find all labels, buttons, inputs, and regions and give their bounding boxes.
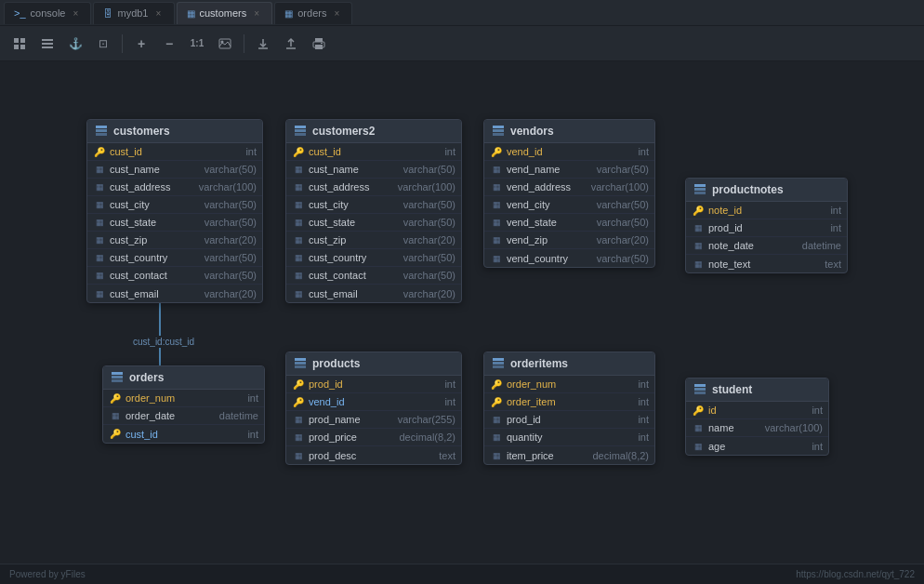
table-row: ▦ cust_state varchar(50)	[87, 214, 262, 232]
pk-icon: 🔑	[109, 392, 122, 405]
tab-customers-close[interactable]: ×	[251, 7, 262, 19]
field-icon: ▦	[93, 233, 106, 246]
field-icon: ▦	[692, 258, 705, 271]
table-row: ▦ vend_city varchar(50)	[484, 196, 654, 214]
pk-icon: 🔑	[292, 378, 305, 391]
table-row: 🔑 cust_id int	[103, 425, 264, 443]
toolbar-import-btn[interactable]	[251, 32, 275, 56]
svg-rect-22	[493, 129, 504, 132]
field-icon: ▦	[490, 431, 503, 444]
table-row: ▦ name varchar(100)	[686, 419, 828, 437]
table-row: ▦ cust_country varchar(50)	[87, 249, 262, 267]
table-row: ▦ vend_country varchar(50)	[484, 249, 654, 267]
tab-customers[interactable]: ▦ customers ×	[177, 2, 273, 24]
svg-rect-15	[96, 126, 107, 128]
table-productnotes[interactable]: productnotes 🔑 note_id int ▦ prod_id int…	[685, 178, 848, 273]
table-row: ▦ prod_id int	[484, 411, 654, 429]
svg-rect-31	[295, 362, 306, 365]
footer-right: https://blog.csdn.net/qyt_722	[796, 569, 915, 579]
table-row: ▦ age int	[686, 437, 828, 455]
svg-rect-18	[295, 126, 306, 128]
field-icon: ▦	[490, 163, 503, 176]
table-row: ▦ cust_city varchar(50)	[87, 196, 262, 214]
title-bar: >_ console × 🗄 mydb1 × ▦ customers × ▦ o…	[0, 0, 924, 26]
pk-icon: 🔑	[93, 145, 106, 158]
field-icon: ▦	[93, 180, 106, 193]
toolbar-list-btn[interactable]	[35, 32, 59, 56]
field-icon: ▦	[93, 287, 106, 300]
svg-rect-23	[493, 133, 504, 136]
table-row: ▦ cust_zip varchar(20)	[286, 232, 461, 249]
toolbar-anchor-btn[interactable]: ⚓	[63, 32, 87, 56]
table-customers[interactable]: customers 🔑 cust_id int ▦ cust_name varc…	[86, 119, 263, 303]
field-icon: ▦	[292, 269, 305, 282]
svg-rect-0	[14, 38, 19, 43]
field-icon: ▦	[292, 449, 305, 462]
tab-orders[interactable]: ▦ orders ×	[274, 2, 352, 24]
field-icon: ▦	[93, 269, 106, 282]
field-icon: ▦	[292, 180, 305, 193]
table-row: 🔑 note_id int	[686, 202, 847, 219]
table-customers-header: customers	[87, 120, 262, 143]
toolbar-zoomout-btn[interactable]: −	[157, 32, 181, 56]
table-products[interactable]: products 🔑 prod_id int 🔑 vend_id int ▦ p…	[285, 352, 462, 465]
tab-mydb1-close[interactable]: ×	[153, 7, 165, 19]
toolbar-export-btn[interactable]	[279, 32, 303, 56]
field-icon: ▦	[93, 251, 106, 264]
field-icon: ▦	[490, 180, 503, 193]
pk-icon: 🔑	[490, 378, 503, 391]
table-row: ▦ prod_id int	[686, 219, 847, 237]
toolbar-sep1	[122, 34, 123, 53]
table-row: ▦ vend_state varchar(50)	[484, 214, 654, 232]
svg-rect-29	[112, 379, 123, 382]
svg-rect-38	[694, 392, 706, 394]
pk-icon: 🔑	[692, 204, 705, 217]
field-icon: ▦	[692, 421, 705, 434]
svg-rect-19	[295, 129, 306, 132]
field-icon: ▦	[490, 413, 503, 426]
toolbar: ⚓ ⊡ + − 1:1	[0, 26, 924, 61]
table-row: ▦ cust_contact varchar(50)	[87, 267, 262, 285]
toolbar-fit-btn[interactable]: 1:1	[185, 32, 209, 56]
toolbar-image-btn[interactable]	[213, 32, 237, 56]
table-row: ▦ prod_desc text	[286, 446, 461, 464]
table-student[interactable]: student 🔑 id int ▦ name varchar(100) ▦ a…	[685, 378, 829, 456]
field-icon: ▦	[692, 239, 705, 252]
field-icon: ▦	[292, 163, 305, 176]
table-row: 🔑 vend_id int	[484, 143, 654, 161]
table-row: 🔑 order_item int	[484, 393, 654, 411]
toolbar-grid-btn[interactable]	[7, 32, 32, 56]
svg-rect-24	[694, 184, 706, 187]
tab-mydb1[interactable]: 🗄 mydb1 ×	[93, 2, 174, 24]
toolbar-filter-btn[interactable]: ⊡	[91, 32, 115, 56]
field-icon: ▦	[292, 233, 305, 246]
fk-icon: 🔑	[292, 395, 305, 408]
svg-rect-16	[96, 129, 107, 132]
svg-rect-30	[295, 358, 306, 361]
toolbar-print-btn[interactable]	[307, 32, 331, 56]
field-icon: ▦	[292, 216, 305, 229]
svg-rect-9	[315, 38, 323, 42]
table-customers2-header: customers2	[286, 120, 461, 143]
table-row: ▦ order_date datetime	[103, 407, 264, 425]
table-customers2[interactable]: customers2 🔑 cust_id int ▦ cust_name var…	[285, 119, 462, 303]
field-icon: ▦	[292, 198, 305, 211]
toolbar-zoomin-btn[interactable]: +	[129, 32, 153, 56]
table-student-header: student	[686, 378, 828, 402]
table-row: 🔑 prod_id int	[286, 376, 461, 393]
tab-console-close[interactable]: ×	[70, 7, 81, 19]
table-row: ▦ vend_address varchar(100)	[484, 179, 654, 196]
tab-console[interactable]: >_ console ×	[4, 2, 91, 24]
table-orders[interactable]: orders 🔑 order_num int ▦ order_date date…	[102, 365, 265, 444]
canvas[interactable]: cust_id:cust_id customers 🔑 cust_id int …	[0, 61, 924, 584]
table-row: ▦ quantity int	[484, 429, 654, 446]
table-vendors[interactable]: vendors 🔑 vend_id int ▦ vend_name varcha…	[483, 119, 655, 268]
field-icon: ▦	[490, 449, 503, 462]
field-icon: ▦	[109, 409, 122, 422]
table-row: ▦ cust_contact varchar(50)	[286, 267, 461, 285]
svg-rect-5	[42, 43, 53, 45]
table-orderitems[interactable]: orderitems 🔑 order_num int 🔑 order_item …	[483, 352, 655, 465]
table-productnotes-header: productnotes	[686, 179, 847, 202]
svg-point-8	[221, 40, 224, 43]
tab-orders-close[interactable]: ×	[331, 7, 342, 19]
